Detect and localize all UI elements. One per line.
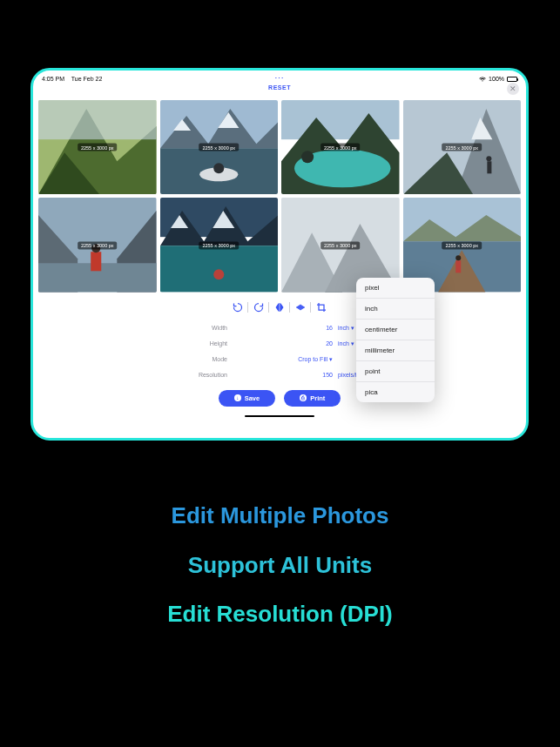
- download-icon: ↓: [234, 394, 241, 401]
- status-date: Tue Feb 22: [71, 76, 103, 82]
- unit-option-millimeter[interactable]: millimeter: [356, 340, 435, 361]
- wifi-icon: [479, 77, 486, 82]
- unit-option-centimeter[interactable]: centimeter: [356, 320, 435, 340]
- svg-rect-25: [91, 252, 101, 272]
- photo-thumb[interactable]: 2255 x 3000 px: [38, 198, 157, 292]
- photo-thumb[interactable]: 2255 x 3000 px: [160, 198, 279, 292]
- flip-horizontal-icon[interactable]: [272, 299, 287, 315]
- rotate-left-icon[interactable]: [230, 299, 246, 315]
- battery-icon: [507, 77, 517, 82]
- edit-toolbar: [33, 299, 526, 315]
- reset-button[interactable]: RESET: [268, 84, 291, 91]
- mode-select[interactable]: Crop to Fill ▾: [233, 356, 333, 363]
- print-button[interactable]: ⎙ Print: [284, 390, 341, 407]
- resolution-label: Resolution: [179, 372, 227, 378]
- unit-option-inch[interactable]: inch: [356, 299, 435, 320]
- header-row: RESET ✕: [33, 84, 526, 100]
- svg-point-14: [301, 151, 314, 163]
- mode-label: Mode: [179, 356, 227, 362]
- resize-form: Width 16 inch ▾ Height 20 inch ▾ Mode Cr…: [179, 320, 380, 383]
- dimension-badge: 2255 x 3000 px: [199, 144, 239, 151]
- crop-icon[interactable]: [314, 299, 329, 315]
- action-row: ↓ Save ⎙ Print: [33, 390, 526, 407]
- photo-thumb[interactable]: 2255 x 3000 px: [403, 100, 522, 194]
- status-bar: 4:05 PM Tue Feb 22 ⋯ 100%: [33, 71, 526, 84]
- svg-rect-19: [487, 161, 491, 173]
- unit-option-pica[interactable]: pica: [356, 382, 435, 402]
- more-icon[interactable]: ⋯: [274, 73, 286, 84]
- status-time: 4:05 PM: [42, 76, 64, 82]
- svg-point-32: [213, 270, 224, 280]
- save-button[interactable]: ↓ Save: [219, 390, 276, 407]
- width-input[interactable]: 16: [233, 325, 333, 331]
- dimension-badge: 2255 x 3000 px: [78, 144, 118, 151]
- close-button[interactable]: ✕: [507, 83, 519, 95]
- svg-rect-31: [160, 246, 279, 293]
- svg-point-20: [486, 156, 491, 161]
- caption-3: Edit Resolution (DPI): [167, 602, 393, 627]
- rotate-right-icon[interactable]: [251, 299, 267, 315]
- flip-vertical-icon[interactable]: [293, 299, 308, 315]
- photo-grid: 2255 x 3000 px 2255 x 3000 px 2: [33, 100, 526, 293]
- svg-rect-3: [38, 100, 157, 139]
- print-icon: ⎙: [300, 394, 307, 401]
- unit-menu[interactable]: pixel inch centimeter millimeter point p…: [356, 278, 435, 402]
- height-label: Height: [179, 340, 227, 347]
- tablet-frame: 4:05 PM Tue Feb 22 ⋯ 100% RESET ✕ 2255 x…: [30, 68, 529, 441]
- svg-point-10: [213, 163, 224, 173]
- dimension-badge: 2255 x 3000 px: [442, 241, 482, 249]
- dimension-badge: 2255 x 3000 px: [320, 144, 361, 151]
- dimension-badge: 2255 x 3000 px: [78, 241, 118, 249]
- svg-point-42: [455, 256, 461, 261]
- unit-option-point[interactable]: point: [356, 361, 435, 382]
- photo-thumb[interactable]: 2255 x 3000 px: [38, 100, 157, 194]
- home-indicator[interactable]: [245, 415, 314, 418]
- dimension-badge: 2255 x 3000 px: [442, 144, 482, 151]
- dimension-badge: 2255 x 3000 px: [320, 241, 361, 249]
- caption-1: Edit Multiple Photos: [172, 503, 389, 528]
- dimension-badge: 2255 x 3000 px: [199, 241, 239, 249]
- caption-2: Support All Units: [188, 553, 372, 578]
- marketing-captions: Edit Multiple Photos Support All Units E…: [0, 503, 560, 627]
- unit-option-pixel[interactable]: pixel: [356, 278, 435, 299]
- resolution-input[interactable]: 150: [233, 372, 333, 378]
- svg-rect-43: [280, 303, 280, 312]
- svg-rect-44: [296, 306, 305, 307]
- status-battery-pct: 100%: [489, 76, 504, 82]
- width-label: Width: [179, 325, 227, 331]
- svg-rect-41: [455, 261, 461, 273]
- photo-thumb[interactable]: 2255 x 3000 px: [281, 100, 400, 194]
- photo-thumb[interactable]: 2255 x 3000 px: [160, 100, 279, 194]
- height-input[interactable]: 20: [233, 340, 333, 347]
